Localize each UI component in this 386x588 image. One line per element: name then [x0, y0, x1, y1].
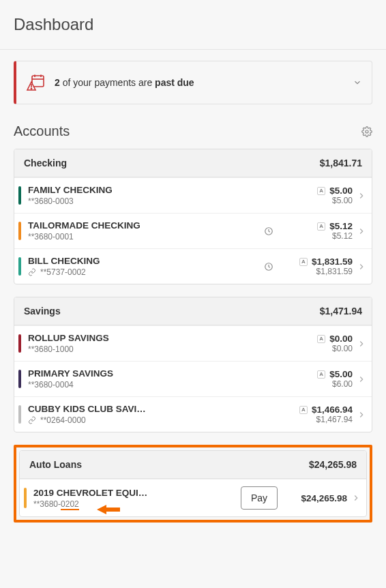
- badge-a-icon: A: [317, 222, 325, 231]
- account-balance: $5.12: [329, 221, 353, 231]
- group-savings: Savings $1,471.94 ROLLUP SAVINGS **3680-…: [14, 297, 372, 432]
- chevron-right-icon: [351, 493, 361, 503]
- account-balance: $1,831.59: [312, 256, 353, 267]
- badge-a-icon: A: [317, 335, 325, 343]
- account-number: **3680-0202: [33, 499, 241, 509]
- group-header-savings[interactable]: Savings $1,471.94: [14, 297, 372, 325]
- account-number: **3680-0001: [28, 232, 264, 241]
- group-auto-loans: Auto Loans $24,265.98 2019 CHEVROLET EQU…: [19, 450, 367, 517]
- accounts-heading: Accounts: [14, 123, 70, 139]
- color-bar: [18, 186, 21, 205]
- badge-a-icon: A: [317, 370, 325, 379]
- account-available: $1,467.94: [291, 415, 353, 424]
- account-balance: $1,466.94: [312, 405, 353, 415]
- account-number: **5737-0002: [28, 267, 264, 277]
- alert-text: 2 of your payments are past due: [55, 77, 194, 88]
- account-balance: $24,265.98: [301, 493, 347, 503]
- clock-icon: [264, 226, 291, 236]
- link-icon: [28, 416, 36, 424]
- group-total: $24,265.98: [309, 459, 357, 470]
- pay-button[interactable]: Pay: [241, 486, 278, 510]
- highlight-auto-loans: Auto Loans $24,265.98 2019 CHEVROLET EQU…: [14, 445, 372, 523]
- color-bar: [18, 405, 21, 424]
- chevron-right-icon: [357, 339, 366, 349]
- account-row[interactable]: 2019 CHEVROLET EQUI… **3680-0202 Pay $24…: [20, 479, 366, 516]
- past-due-alert[interactable]: 2 of your payments are past due: [14, 61, 372, 104]
- account-row[interactable]: CUBBY KIDS CLUB SAVI… **0264-0000 A$1,46…: [14, 396, 372, 432]
- group-total: $1,841.71: [320, 158, 362, 168]
- account-number: **3680-0004: [28, 380, 264, 389]
- account-name: FAMILY CHECKING: [28, 185, 264, 195]
- badge-a-icon: A: [299, 406, 308, 414]
- chevron-right-icon: [357, 226, 366, 236]
- account-available: $0.00: [291, 344, 353, 353]
- color-bar: [18, 257, 21, 276]
- group-header-checking[interactable]: Checking $1,841.71: [14, 149, 372, 177]
- account-name: PRIMARY SAVINGS: [28, 368, 264, 379]
- badge-a-icon: A: [317, 187, 325, 195]
- account-name: BILL CHECKING: [28, 256, 264, 266]
- color-bar: [24, 488, 27, 508]
- account-row[interactable]: BILL CHECKING **5737-0002 A$1,831.59 $1,…: [14, 248, 372, 284]
- account-available: $5.12: [291, 231, 353, 241]
- account-name: TAILORMADE CHECKING: [28, 220, 264, 231]
- calendar-warning-icon: [26, 74, 45, 91]
- account-balance: $0.00: [329, 334, 353, 344]
- badge-a-icon: A: [299, 258, 308, 266]
- account-name: ROLLUP SAVINGS: [28, 333, 264, 343]
- account-available: $6.00: [291, 379, 353, 389]
- account-balance: $5.00: [329, 186, 353, 196]
- account-row[interactable]: ROLLUP SAVINGS **3680-1000 A$0.00 $0.00: [14, 325, 372, 361]
- chevron-right-icon: [357, 374, 366, 384]
- group-name: Auto Loans: [29, 459, 82, 470]
- group-total: $1,471.94: [320, 306, 362, 317]
- svg-rect-0: [32, 76, 44, 87]
- account-row[interactable]: TAILORMADE CHECKING **3680-0001 A$5.12 $…: [14, 213, 372, 248]
- group-checking: Checking $1,841.71 FAMILY CHECKING **368…: [14, 149, 372, 284]
- group-header-auto-loans[interactable]: Auto Loans $24,265.98: [20, 451, 366, 479]
- account-number: **3680-0003: [28, 196, 264, 206]
- chevron-right-icon: [357, 262, 366, 271]
- chevron-right-icon: [357, 410, 366, 420]
- account-row[interactable]: PRIMARY SAVINGS **3680-0004 A$5.00 $6.00: [14, 361, 372, 396]
- page-title: Dashboard: [0, 0, 386, 50]
- account-name: CUBBY KIDS CLUB SAVI…: [28, 404, 264, 414]
- account-available: $1,831.59: [291, 267, 353, 276]
- group-name: Checking: [24, 158, 67, 168]
- account-balance: $5.00: [329, 369, 353, 379]
- account-name: 2019 CHEVROLET EQUI…: [33, 488, 241, 498]
- color-bar: [18, 370, 21, 388]
- clock-icon: [264, 262, 291, 271]
- color-bar: [18, 334, 21, 353]
- account-row[interactable]: FAMILY CHECKING **3680-0003 A$5.00 $5.00: [14, 177, 372, 213]
- color-bar: [18, 222, 21, 240]
- gear-icon[interactable]: [361, 126, 372, 137]
- account-number: **0264-0000: [28, 415, 264, 425]
- account-available: $5.00: [291, 196, 353, 205]
- chevron-right-icon: [357, 191, 366, 201]
- svg-point-6: [366, 130, 368, 133]
- link-icon: [28, 268, 36, 276]
- svg-point-5: [31, 88, 31, 89]
- group-name: Savings: [24, 306, 61, 317]
- account-number: **3680-1000: [28, 344, 264, 354]
- chevron-down-icon: [353, 78, 362, 87]
